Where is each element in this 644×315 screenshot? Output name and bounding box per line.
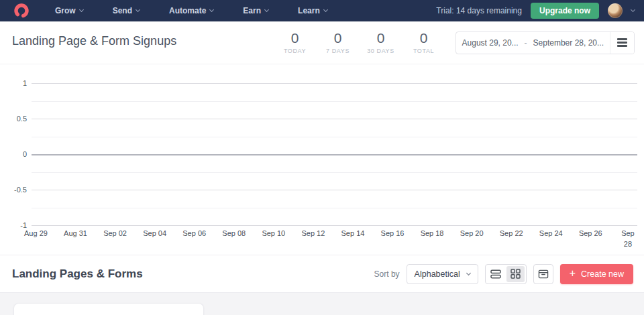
x-axis-tick-label: Sep 26: [579, 229, 602, 250]
app-logo-icon[interactable]: [13, 3, 30, 19]
y-axis-tick-label: 0: [0, 149, 27, 159]
signups-chart: Aug 29Aug 31Sep 02Sep 04Sep 06Sep 08Sep …: [0, 64, 644, 255]
x-axis-tick-label: Sep 22: [500, 229, 523, 250]
archive-icon: [538, 269, 549, 279]
date-start-field[interactable]: August 29, 20...: [456, 38, 525, 48]
stat-30-days: 030 DAYS: [367, 31, 395, 54]
stat-7-days: 07 DAYS: [324, 31, 352, 54]
signup-stats: 0TODAY07 DAYS030 DAYS0TOTAL: [281, 31, 438, 54]
gridline-minor: [32, 101, 637, 102]
y-axis-tick-label: -0.5: [0, 185, 27, 194]
y-axis-tick-label: 1: [0, 78, 27, 88]
chart-x-axis: Aug 29Aug 31Sep 02Sep 04Sep 06Sep 08Sep …: [24, 229, 637, 250]
list-view-button[interactable]: [487, 266, 505, 282]
top-navbar: GrowSendAutomateEarnLearn Trial: 14 days…: [0, 0, 644, 21]
list-view-icon: [490, 269, 501, 279]
page-header: Landing Page & Form Signups 0TODAY07 DAY…: [0, 21, 644, 64]
nav-item-send[interactable]: Send: [113, 6, 140, 15]
create-new-button[interactable]: + Create new: [560, 264, 633, 284]
gridline-minor: [32, 208, 637, 208]
x-axis-tick-label: Sep 28: [619, 229, 637, 250]
chevron-down-icon: [466, 271, 471, 275]
x-axis-tick-label: Sep 02: [103, 229, 127, 250]
stat-label: TOTAL: [413, 48, 434, 54]
x-axis-tick-label: Aug 29: [24, 229, 48, 250]
gridline-major: [32, 190, 637, 190]
content-area: [0, 293, 644, 315]
stat-label: TODAY: [284, 48, 306, 54]
y-axis-tick-label: -1: [0, 220, 27, 230]
gridline-minor: [32, 172, 637, 173]
sort-dropdown[interactable]: Alphabetical: [407, 264, 478, 284]
page-title: Landing Page & Form Signups: [12, 34, 176, 48]
nav-item-learn[interactable]: Learn: [298, 6, 327, 15]
date-end-field[interactable]: September 28, 20...: [527, 38, 610, 48]
grid-view-button[interactable]: [506, 266, 525, 282]
x-axis-tick-label: Sep 08: [222, 229, 246, 250]
stat-today: 0TODAY: [281, 31, 309, 54]
stat-label: 7 DAYS: [326, 48, 350, 54]
view-toggle: [485, 264, 527, 284]
x-axis-tick-label: Sep 06: [182, 229, 206, 250]
account-chevron-down-icon[interactable]: [631, 7, 635, 12]
nav-item-label: Learn: [298, 6, 320, 15]
x-axis-tick-label: Aug 31: [64, 229, 87, 250]
x-axis-tick-label: Sep 16: [381, 229, 405, 250]
chevron-down-icon: [323, 7, 328, 12]
landing-pages-section-header: Landing Pages & Forms Sort by Alphabetic…: [0, 255, 644, 293]
x-axis-tick-label: Sep 04: [143, 229, 166, 250]
x-axis-tick-label: Sep 20: [460, 229, 484, 250]
navbar-right: Trial: 14 days remaining Upgrade now: [436, 3, 635, 19]
stat-value: 0: [334, 31, 342, 45]
grid-view-icon: [511, 269, 521, 279]
hamburger-menu-icon: [617, 42, 627, 43]
stat-total: 0TOTAL: [410, 31, 438, 54]
x-axis-tick-label: Sep 12: [301, 229, 325, 250]
x-axis-tick-label: Sep 10: [262, 229, 285, 250]
x-axis-tick-label: Sep 14: [341, 229, 365, 250]
nav-item-label: Send: [113, 6, 132, 15]
series-line-signups: [32, 154, 637, 155]
chevron-down-icon: [209, 7, 214, 12]
primary-nav: GrowSendAutomateEarnLearn: [55, 6, 327, 15]
archive-button[interactable]: [533, 264, 553, 284]
x-axis-tick-label: Sep 24: [539, 229, 563, 250]
plus-icon: +: [570, 268, 576, 279]
sort-dropdown-value: Alphabetical: [415, 269, 460, 279]
chevron-down-icon: [79, 7, 84, 12]
nav-item-grow[interactable]: Grow: [55, 6, 83, 15]
stat-value: 0: [291, 31, 299, 45]
gridline-minor: [32, 137, 637, 137]
create-new-label: Create new: [581, 269, 624, 279]
gridline-major: [32, 83, 637, 84]
user-avatar[interactable]: [608, 3, 623, 18]
section-title: Landing Pages & Forms: [12, 267, 143, 281]
x-axis-tick-label: Sep 18: [421, 229, 444, 250]
nav-item-label: Earn: [243, 6, 261, 15]
date-range-picker: August 29, 20... - September 28, 20...: [455, 32, 635, 54]
chevron-down-icon: [264, 7, 269, 12]
nav-item-earn[interactable]: Earn: [243, 6, 268, 15]
gridline-major: [32, 119, 637, 119]
nav-item-label: Grow: [55, 6, 76, 15]
date-presets-menu-button[interactable]: [610, 32, 634, 54]
stat-label: 30 DAYS: [367, 48, 394, 54]
stat-value: 0: [377, 31, 385, 45]
list-controls: Sort by Alphabetical: [374, 264, 633, 284]
upgrade-button[interactable]: Upgrade now: [531, 3, 599, 19]
gridline-major: [32, 225, 637, 226]
nav-item-label: Automate: [169, 6, 206, 15]
chart-plot-area: [32, 83, 637, 225]
stat-value: 0: [420, 31, 428, 45]
sort-by-label: Sort by: [374, 269, 400, 279]
landing-page-card[interactable]: [13, 303, 204, 315]
chevron-down-icon: [136, 7, 140, 12]
y-axis-tick-label: 0.5: [0, 114, 27, 123]
nav-item-automate[interactable]: Automate: [169, 6, 213, 15]
trial-status-text: Trial: 14 days remaining: [436, 6, 522, 15]
